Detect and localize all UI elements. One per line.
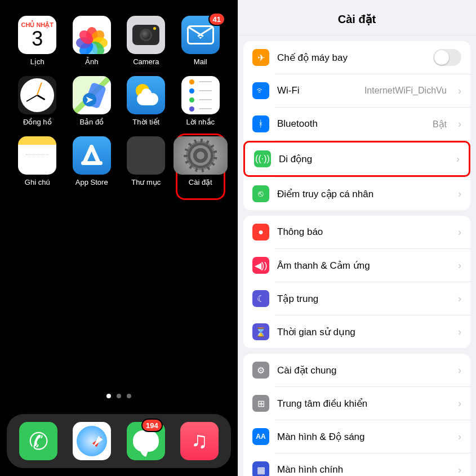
row-label: Wi-Fi [277, 85, 300, 96]
chevron-right-icon: › [458, 188, 461, 200]
settings-row-notifications[interactable]: ●Thông báo› [243, 216, 470, 248]
settings-row-home-screen[interactable]: ▦Màn hình chính› [243, 453, 470, 476]
clock-app[interactable]: Đồng hồ [10, 76, 65, 126]
frame: CHỦ NHẬT 3 Lịch Ảnh Camera [0, 0, 476, 476]
camera-icon [127, 16, 165, 54]
row-label: Thời gian sử dụng [277, 326, 355, 338]
page-dot [106, 394, 111, 398]
row-label: Màn hình & Độ sáng [277, 431, 365, 443]
settings-row-hotspot[interactable]: ⎋Điểm truy cập cá nhân› [243, 177, 470, 210]
weather-icon [127, 76, 165, 114]
reminders-icon [181, 76, 220, 114]
weather-app[interactable]: Thời tiết [119, 76, 174, 126]
appstore-icon [73, 136, 111, 175]
safari-app[interactable] [73, 422, 111, 460]
music-app[interactable]: ♫ [180, 422, 219, 460]
chevron-right-icon: › [458, 85, 461, 97]
chevron-right-icon: › [458, 226, 461, 238]
phone-icon [19, 422, 57, 460]
row-label: Trung tâm điều khiển [277, 398, 367, 410]
calendar-icon: CHỦ NHẬT 3 [18, 16, 56, 54]
settings-group-notify: ●Thông báo›◀))Âm thanh & Cảm ứng›☾Tập tr… [243, 216, 470, 348]
mail-badge: 41 [208, 12, 225, 26]
notes-app[interactable]: Ghi chú [10, 136, 65, 186]
page-dot [127, 394, 131, 398]
settings-group-network: ✈Chế độ máy bayᯤWi-FiInternetWiFi_DichVu… [243, 41, 470, 210]
maps-app[interactable]: Bản đồ [65, 76, 119, 126]
calendar-app[interactable]: CHỦ NHẬT 3 Lịch [10, 16, 65, 66]
gear-icon: ⚙ [252, 362, 269, 379]
app-label: Cài đặt [189, 178, 212, 186]
app-label: Camera [133, 57, 159, 66]
app-label: Bản đồ [79, 118, 104, 126]
safari-icon [73, 422, 111, 460]
row-value: Bật [433, 119, 450, 130]
app-grid: CHỦ NHẬT 3 Lịch Ảnh Camera [0, 0, 238, 186]
chevron-right-icon: › [458, 464, 461, 476]
toggle-airplane-mode[interactable] [433, 49, 461, 66]
chevron-right-icon: › [458, 293, 461, 305]
notes-icon [18, 136, 56, 175]
chevron-right-icon: › [458, 398, 461, 410]
settings-row-display[interactable]: AAMàn hình & Độ sáng› [243, 420, 470, 453]
settings-row-general[interactable]: ⚙Cài đặt chung› [243, 354, 470, 386]
ant-icon: ((·)) [254, 150, 271, 167]
settings-row-focus[interactable]: ☾Tập trung› [243, 282, 470, 315]
row-label: Âm thanh & Cảm ứng [277, 260, 370, 272]
folder-icon [127, 136, 165, 175]
settings-icon [174, 136, 228, 175]
plane-icon: ✈ [252, 49, 269, 66]
row-label: Di động [279, 153, 312, 165]
reminders-app[interactable]: Lời nhắc [174, 76, 228, 126]
settings-row-control-center[interactable]: ⊞Trung tâm điều khiển› [243, 387, 470, 420]
row-label: Tập trung [277, 293, 318, 305]
app-label: Ghi chú [25, 178, 50, 186]
row-label: Bluetooth [277, 118, 318, 130]
bell-icon: ● [252, 224, 269, 241]
phone-app[interactable] [19, 422, 57, 460]
messages-app[interactable]: 194 [127, 422, 165, 460]
page-title: Cài đặt [238, 0, 476, 35]
dock: 194 ♫ [7, 414, 231, 468]
music-icon: ♫ [180, 422, 219, 460]
home-screen: CHỦ NHẬT 3 Lịch Ảnh Camera [0, 0, 238, 476]
photos-app[interactable]: Ảnh [65, 16, 119, 66]
chevron-right-icon: › [456, 153, 460, 165]
row-label: Thông báo [277, 226, 323, 238]
maps-icon [73, 76, 111, 114]
bt-icon: ᚼ [252, 115, 269, 132]
page-indicator[interactable] [0, 394, 238, 398]
settings-row-bluetooth[interactable]: ᚼBluetoothBật› [243, 108, 470, 140]
settings-app[interactable]: Cài đặt [174, 136, 228, 186]
app-label: Thời tiết [132, 118, 159, 126]
ctrl-icon: ⊞ [252, 395, 269, 412]
appstore-app[interactable]: App Store [65, 136, 119, 186]
messages-badge: 194 [141, 419, 163, 432]
row-label: Điểm truy cập cá nhân [277, 188, 373, 200]
grid-icon: ▦ [252, 461, 269, 476]
page-dot [117, 394, 121, 398]
settings-row-screentime[interactable]: ⌛Thời gian sử dụng› [243, 315, 470, 348]
mail-app[interactable]: 41 Mail [174, 16, 228, 66]
wifi-icon: ᯤ [252, 82, 269, 99]
calendar-daynum: 3 [32, 29, 43, 49]
settings-row-sound[interactable]: ◀))Âm thanh & Cảm ứng› [243, 249, 470, 282]
row-value: InternetWiFi_DichVu [364, 86, 450, 96]
folder-app[interactable]: Thư mục [119, 136, 174, 186]
aa-icon: AA [252, 428, 269, 445]
app-label: Đồng hồ [23, 118, 52, 126]
row-label: Chế độ máy bay [277, 52, 348, 64]
settings-row-cellular[interactable]: ((·))Di động› [243, 141, 470, 177]
camera-app[interactable]: Camera [119, 16, 174, 66]
link-icon: ⎋ [252, 185, 269, 202]
app-label: Lời nhắc [186, 118, 215, 126]
app-label: Thư mục [131, 178, 161, 186]
photos-icon [73, 16, 111, 54]
chevron-right-icon: › [458, 364, 461, 376]
chevron-right-icon: › [458, 260, 461, 272]
row-label: Cài đặt chung [277, 364, 336, 376]
clock-icon [18, 76, 56, 114]
settings-row-wifi[interactable]: ᯤWi-FiInternetWiFi_DichVu› [243, 74, 470, 107]
settings-row-airplane-mode[interactable]: ✈Chế độ máy bay [243, 41, 470, 74]
app-label: Ảnh [85, 57, 98, 66]
